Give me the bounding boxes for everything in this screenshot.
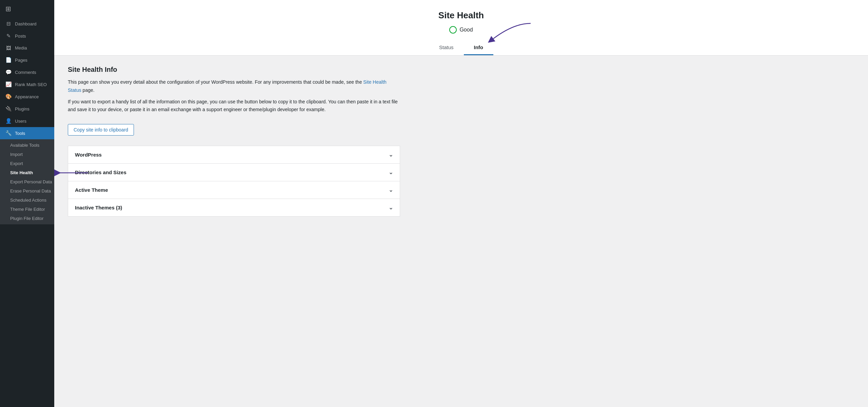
submenu-item-import[interactable]: Import: [0, 150, 54, 159]
sidebar-item-label: Dashboard: [15, 21, 37, 26]
sidebar-item-plugins[interactable]: 🔌 Plugins: [0, 103, 54, 115]
pages-icon: 📄: [5, 57, 12, 63]
sidebar-item-label: Users: [15, 119, 26, 124]
tools-icon: 🔧: [5, 130, 12, 136]
sidebar-item-label: Tools: [15, 131, 25, 136]
content-inner: Site Health Info This page can show you …: [68, 66, 400, 217]
sidebar-item-rankmath[interactable]: 📈 Rank Math SEO: [0, 78, 54, 90]
accordion-active-theme-label: Active Theme: [75, 187, 108, 193]
sidebar-item-label: Comments: [15, 70, 36, 75]
sidebar-item-dashboard[interactable]: ⊟ Dashboard: [0, 18, 54, 30]
accordion: WordPress ⌄ Directories and Sizes ⌄ Acti…: [68, 146, 400, 217]
accordion-directories-header[interactable]: Directories and Sizes ⌄: [68, 164, 400, 181]
sidebar-item-media[interactable]: 🖼 Media: [0, 42, 54, 54]
comments-icon: 💬: [5, 69, 12, 75]
status-circle: [449, 26, 457, 34]
submenu-item-scheduled-actions[interactable]: Scheduled Actions: [0, 196, 54, 205]
tab-info[interactable]: Info: [464, 40, 494, 55]
sidebar-item-tools[interactable]: 🔧 Tools: [0, 127, 54, 139]
tab-nav: Status Info: [61, 40, 861, 55]
section-desc-2: If you want to export a handy list of al…: [68, 98, 400, 114]
accordion-active-theme-chevron: ⌄: [389, 187, 393, 193]
main-content: Site Health Good Status Info: [54, 0, 868, 407]
sidebar: ⊞ ⊟ Dashboard ✎ Posts 🖼 Media 📄 Pages 💬 …: [0, 0, 54, 407]
sidebar-item-label: Pages: [15, 58, 27, 63]
accordion-inactive-themes-label: Inactive Themes (3): [75, 205, 122, 210]
accordion-inactive-themes: Inactive Themes (3) ⌄: [68, 199, 400, 217]
submenu-item-export[interactable]: Export: [0, 159, 54, 168]
accordion-inactive-themes-header[interactable]: Inactive Themes (3) ⌄: [68, 199, 400, 216]
wp-logo-icon: ⊞: [5, 5, 11, 13]
submenu-item-plugin-file-editor[interactable]: Plugin File Editor: [0, 214, 54, 223]
dashboard-icon: ⊟: [5, 21, 12, 27]
sidebar-arrow: [54, 168, 95, 178]
rankmath-icon: 📈: [5, 81, 12, 87]
section-desc-1: This page can show you every detail abou…: [68, 78, 400, 95]
accordion-wordpress-chevron: ⌄: [389, 151, 393, 158]
sidebar-item-posts[interactable]: ✎ Posts: [0, 30, 54, 42]
sidebar-item-users[interactable]: 👤 Users: [0, 115, 54, 127]
health-status: Good: [61, 26, 861, 34]
tab-arrow: [487, 22, 537, 45]
sidebar-item-appearance[interactable]: 🎨 Appearance: [0, 90, 54, 103]
sidebar-item-label: Posts: [15, 34, 26, 39]
content-area: Site Health Info This page can show you …: [54, 56, 868, 227]
sidebar-item-label: Appearance: [15, 94, 39, 99]
tools-submenu: Available Tools Import Export Site Healt…: [0, 139, 54, 224]
accordion-wordpress-label: WordPress: [75, 152, 102, 158]
accordion-wordpress-header[interactable]: WordPress ⌄: [68, 146, 400, 163]
appearance-icon: 🎨: [5, 94, 12, 100]
plugins-icon: 🔌: [5, 106, 12, 112]
sidebar-item-label: Media: [15, 45, 27, 50]
posts-icon: ✎: [5, 33, 12, 39]
submenu-item-export-personal[interactable]: Export Personal Data: [0, 177, 54, 186]
users-icon: 👤: [5, 118, 12, 124]
status-label: Good: [459, 27, 473, 33]
accordion-inactive-themes-chevron: ⌄: [389, 204, 393, 211]
sidebar-item-label: Plugins: [15, 106, 29, 111]
wp-logo: ⊞: [0, 0, 54, 18]
submenu-item-theme-file-editor[interactable]: Theme File Editor: [0, 205, 54, 214]
sidebar-item-comments[interactable]: 💬 Comments: [0, 66, 54, 78]
submenu-item-erase-personal[interactable]: Erase Personal Data: [0, 186, 54, 196]
media-icon: 🖼: [5, 45, 12, 51]
accordion-directories-chevron: ⌄: [389, 169, 393, 176]
copy-site-info-button[interactable]: Copy site info to clipboard: [68, 124, 134, 136]
page-header: Site Health Good Status Info: [54, 0, 868, 56]
page-title: Site Health: [61, 10, 861, 21]
sidebar-item-pages[interactable]: 📄 Pages: [0, 54, 54, 66]
accordion-active-theme-header[interactable]: Active Theme ⌄: [68, 181, 400, 199]
submenu-item-available-tools[interactable]: Available Tools: [0, 141, 54, 150]
submenu-item-site-health[interactable]: Site Health: [0, 168, 54, 177]
tab-status[interactable]: Status: [429, 40, 464, 55]
accordion-wordpress: WordPress ⌄: [68, 146, 400, 164]
accordion-active-theme: Active Theme ⌄: [68, 181, 400, 199]
accordion-directories: Directories and Sizes ⌄: [68, 164, 400, 181]
section-title: Site Health Info: [68, 66, 400, 74]
sidebar-item-label: Rank Math SEO: [15, 82, 47, 87]
